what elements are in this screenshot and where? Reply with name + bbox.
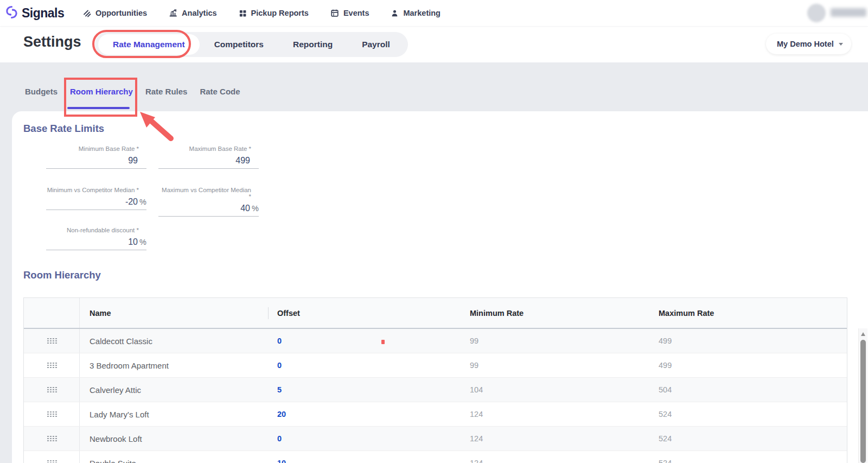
offset-link[interactable]: 0 — [277, 361, 470, 370]
offset-link[interactable]: 20 — [277, 410, 470, 418]
scrollbar-thumb[interactable] — [860, 340, 866, 463]
base-rate-limits-title: Base Rate Limits — [23, 123, 104, 135]
minimum-rate-cell: 124 — [470, 410, 659, 418]
nav-item-label: Marketing — [403, 9, 441, 17]
offset-link[interactable]: 5 — [277, 385, 470, 394]
analytics-icon — [169, 9, 177, 17]
field-value[interactable]: -20 — [46, 197, 138, 210]
field-minimum-base-rate: Minimum Base Rate * 99 — [46, 145, 146, 169]
room-name-cell: Calverley Attic — [79, 378, 277, 402]
maximum-rate-cell: 504 — [659, 385, 847, 394]
minimum-rate-cell: 99 — [470, 337, 659, 345]
column-header-minimum-rate: Minimum Rate — [470, 309, 659, 318]
table-header-row: Name Offset Minimum Rate Maximum Rate — [24, 298, 847, 329]
content-card: Base Rate Limits Minimum Base Rate * 99 … — [12, 111, 868, 463]
field-maximum-base-rate: Maximum Base Rate * 499 — [158, 145, 259, 169]
field-min-vs-competitor-median: Minimum vs Competitor Median * -20 % — [46, 187, 146, 210]
nav-item-label: Opportunities — [95, 9, 147, 17]
drag-handle-icon[interactable] — [47, 460, 57, 463]
nav-item-marketing[interactable]: Marketing — [391, 9, 441, 17]
field-value[interactable]: 99 — [46, 156, 138, 168]
drag-handle-icon[interactable] — [47, 338, 57, 344]
offset-link[interactable]: 10 — [277, 459, 470, 463]
offset-link[interactable]: 0 — [277, 434, 470, 443]
subtab-room-hierarchy[interactable]: Room Hierarchy — [69, 87, 134, 96]
nav-item-events[interactable]: Events — [330, 9, 369, 17]
minimum-rate-cell: 124 — [470, 434, 659, 443]
field-suffix: % — [250, 204, 259, 216]
user-avatar[interactable] — [807, 4, 826, 22]
hotel-selector-button[interactable]: My Demo Hotel — [766, 34, 851, 54]
field-label: Maximum vs Competitor Median * — [158, 187, 259, 200]
room-hierarchy-title: Room Hierarchy — [23, 269, 101, 281]
field-value[interactable]: 40 — [158, 204, 250, 216]
maximum-rate-cell: 524 — [659, 434, 847, 443]
table-scrollbar[interactable] — [858, 328, 867, 463]
drag-handle-icon[interactable] — [47, 362, 57, 369]
user-name-redacted — [831, 8, 866, 17]
table-row: Caldecott Classic 0 99 499 — [24, 329, 847, 353]
signals-swirl-icon — [4, 5, 19, 22]
field-value[interactable]: 10 — [46, 237, 138, 250]
drag-handle-icon[interactable] — [47, 411, 57, 417]
field-input[interactable]: 10 % — [46, 234, 146, 250]
field-value[interactable]: 499 — [158, 156, 250, 168]
brand-logo[interactable]: Signals — [4, 5, 79, 22]
drag-handle-icon[interactable] — [47, 386, 57, 393]
active-subtab-underline — [67, 107, 130, 109]
room-name-cell: Newbrook Loft — [79, 427, 277, 451]
field-suffix: % — [138, 238, 146, 250]
nav-item-label: Analytics — [182, 9, 216, 17]
table-row: Lady Mary's Loft 20 124 524 — [24, 402, 847, 427]
rate-management-subtabs: Budgets Room Hierarchy Rate Rules Rate C… — [24, 87, 241, 96]
offset-link[interactable]: 0 — [277, 337, 470, 345]
subtab-rate-code[interactable]: Rate Code — [199, 87, 241, 96]
scrollbar-up-arrow-icon[interactable] — [861, 332, 865, 336]
field-label: Minimum Base Rate * — [46, 145, 146, 152]
tab-reporting[interactable]: Reporting — [278, 34, 347, 55]
annotation-dot — [381, 340, 385, 344]
drag-handle-icon[interactable] — [47, 435, 57, 442]
top-navigation: Signals Opportunities Analytics — [0, 0, 868, 26]
field-label: Maximum Base Rate * — [158, 145, 259, 152]
nav-item-opportunities[interactable]: Opportunities — [82, 9, 147, 17]
field-suffix — [250, 165, 259, 168]
maximum-rate-cell: 499 — [659, 337, 847, 345]
maximum-rate-cell: 524 — [659, 459, 847, 463]
minimum-rate-cell: 99 — [470, 361, 659, 370]
field-suffix: % — [138, 198, 146, 210]
room-name-cell: Double Suite — [79, 451, 277, 463]
brand-name: Signals — [22, 6, 64, 21]
table-row: Newbrook Loft 0 124 524 — [24, 427, 847, 451]
table-row: 3 Bedroom Apartment 0 99 499 — [24, 353, 847, 378]
chevron-down-icon — [839, 43, 843, 46]
room-name-cell: Lady Mary's Loft — [79, 402, 277, 426]
minimum-rate-cell: 124 — [470, 459, 659, 463]
field-input[interactable]: -20 % — [46, 194, 146, 210]
field-input[interactable]: 99 — [46, 153, 146, 169]
nav-item-analytics[interactable]: Analytics — [169, 9, 216, 17]
tab-payroll[interactable]: Payroll — [347, 34, 405, 55]
nav-item-pickup-reports[interactable]: Pickup Reports — [239, 9, 309, 17]
subtab-budgets[interactable]: Budgets — [24, 87, 59, 96]
subtab-rate-rules[interactable]: Rate Rules — [144, 87, 189, 96]
table-row: Calverley Attic 5 104 504 — [24, 378, 847, 402]
pickup-reports-icon — [239, 9, 247, 17]
field-input[interactable]: 40 % — [158, 201, 259, 217]
nav-item-label: Events — [343, 9, 369, 17]
opportunities-icon — [82, 9, 91, 17]
tab-rate-management[interactable]: Rate Management — [98, 34, 200, 55]
maximum-rate-cell: 499 — [659, 361, 847, 370]
room-hierarchy-table: Name Offset Minimum Rate Maximum Rate Ca… — [23, 297, 847, 463]
field-suffix — [138, 165, 146, 168]
table-row: Double Suite 10 124 524 — [24, 451, 847, 463]
settings-tab-group: Rate Management Competitors Reporting Pa… — [95, 32, 408, 57]
field-max-vs-competitor-median: Maximum vs Competitor Median * 40 % — [158, 187, 259, 217]
field-label: Minimum vs Competitor Median * — [46, 187, 146, 193]
tab-competitors[interactable]: Competitors — [200, 34, 278, 55]
field-label: Non-refundable discount * — [46, 227, 146, 233]
field-input[interactable]: 499 — [158, 153, 259, 169]
events-icon — [330, 9, 339, 17]
room-name-cell: Caldecott Classic — [79, 329, 277, 353]
field-non-refundable-discount: Non-refundable discount * 10 % — [46, 227, 146, 250]
